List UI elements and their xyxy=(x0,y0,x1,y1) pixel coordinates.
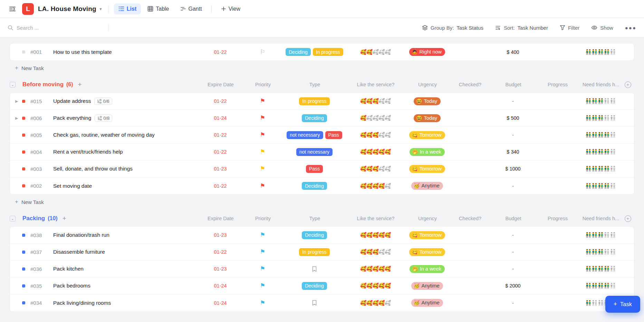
like-service-cell[interactable]: 🥰🥰🥰🥰🥰 xyxy=(345,132,406,138)
expire-date[interactable]: 01-22 xyxy=(200,49,241,55)
need-friends-cell[interactable]: 👬👬👬👬👬 xyxy=(580,132,621,138)
task-title[interactable]: Disassemble furniture xyxy=(53,249,105,255)
type-badge[interactable]: not necessary xyxy=(287,131,323,139)
friends-emoji-filled[interactable]: 👬 xyxy=(604,183,610,189)
task-row[interactable]: #034 Pack living/dining rooms 01-24 ⚑ 🥰🥰… xyxy=(10,294,634,311)
expire-date[interactable]: 01-22 xyxy=(200,149,241,155)
friends-emoji-filled[interactable]: 👬 xyxy=(597,183,604,189)
like-emoji-filled[interactable]: 🥰 xyxy=(366,98,372,104)
bookmark-icon[interactable] xyxy=(312,266,317,272)
friends-emoji-filled[interactable]: 👬 xyxy=(597,98,604,104)
like-emoji-empty[interactable]: 🥰 xyxy=(378,166,385,172)
type-badge[interactable]: Deciding xyxy=(302,114,327,122)
like-emoji-empty[interactable]: 🥰 xyxy=(378,98,385,104)
friends-emoji-empty[interactable]: 👬 xyxy=(610,98,616,104)
priority-flag-icon[interactable]: ⚑ xyxy=(260,283,265,289)
tab-table[interactable]: Table xyxy=(143,3,173,14)
priority-cell[interactable]: ⚑ xyxy=(241,249,284,255)
like-emoji-empty[interactable]: 🥰 xyxy=(385,49,391,55)
priority-flag-icon[interactable]: ⚑ xyxy=(260,300,265,306)
like-emoji-empty[interactable]: 🥰 xyxy=(385,300,391,306)
friends-emoji-filled[interactable]: 👬 xyxy=(604,132,610,138)
add-view-button[interactable]: View xyxy=(217,3,245,14)
like-emoji-filled[interactable]: 🥰 xyxy=(378,266,385,272)
friends-emoji-empty[interactable]: 👬 xyxy=(604,249,610,255)
friends-emoji-empty[interactable]: 👬 xyxy=(610,266,616,272)
need-friends-cell[interactable]: 👬👬👬👬👬 xyxy=(580,183,621,189)
type-badge[interactable]: Deciding xyxy=(302,231,327,239)
budget-value[interactable]: - xyxy=(491,98,535,104)
friends-emoji-filled[interactable]: 👬 xyxy=(585,232,592,238)
type-badge[interactable]: Deciding xyxy=(302,182,327,190)
task-title[interactable]: Check gas, routine, weather of moving da… xyxy=(53,132,155,138)
like-emoji-empty[interactable]: 🥰 xyxy=(385,132,391,138)
budget-value[interactable]: $ 2000 xyxy=(491,283,535,289)
friends-emoji-empty[interactable]: 👬 xyxy=(604,232,610,238)
need-friends-cell[interactable]: 👬👬👬👬👬 xyxy=(580,49,621,55)
like-emoji-filled[interactable]: 🥰 xyxy=(378,232,385,238)
expire-date[interactable]: 01-23 xyxy=(200,266,241,272)
like-emoji-filled[interactable]: 🥰 xyxy=(378,183,385,189)
like-emoji-filled[interactable]: 🥰 xyxy=(372,98,378,104)
expire-date[interactable]: 01-24 xyxy=(200,283,241,289)
like-emoji-filled[interactable]: 🥰 xyxy=(372,266,378,272)
friends-emoji-filled[interactable]: 👬 xyxy=(585,266,592,272)
new-task-button[interactable]: + New Task xyxy=(10,61,634,75)
task-title[interactable]: Rent a vent/truck/friends help xyxy=(53,149,123,155)
type-cell[interactable]: Deciding xyxy=(284,231,345,239)
like-emoji-filled[interactable]: 🥰 xyxy=(366,132,372,138)
friends-emoji-filled[interactable]: 👬 xyxy=(591,249,597,255)
like-emoji-filled[interactable]: 🥰 xyxy=(360,115,366,121)
like-emoji-filled[interactable]: 🥰 xyxy=(366,266,372,272)
show-control[interactable]: Show xyxy=(591,25,613,31)
tab-gantt[interactable]: Gantt xyxy=(176,3,206,14)
expand-arrow-icon[interactable]: ▶ xyxy=(15,99,22,104)
friends-emoji-filled[interactable]: 👬 xyxy=(597,166,604,172)
tab-list[interactable]: List xyxy=(114,3,141,14)
friends-emoji-filled[interactable]: 👬 xyxy=(597,132,604,138)
friends-emoji-filled[interactable]: 👬 xyxy=(597,232,604,238)
friends-emoji-filled[interactable]: 👬 xyxy=(585,132,592,138)
expire-date[interactable]: 01-24 xyxy=(200,115,241,121)
type-cell[interactable] xyxy=(284,266,345,272)
expire-date[interactable]: 01-23 xyxy=(200,166,241,172)
like-emoji-empty[interactable]: 🥰 xyxy=(378,132,385,138)
like-emoji-filled[interactable]: 🥰 xyxy=(360,232,366,238)
friends-emoji-empty[interactable]: 👬 xyxy=(610,249,616,255)
urgency-cell[interactable]: 😆Today xyxy=(406,114,448,122)
friends-emoji-filled[interactable]: 👬 xyxy=(597,249,604,255)
priority-flag-icon[interactable]: ⚑ xyxy=(260,266,265,272)
like-emoji-filled[interactable]: 🥰 xyxy=(372,183,378,189)
friends-emoji-filled[interactable]: 👬 xyxy=(585,49,592,55)
task-row[interactable]: #004 Rent a vent/truck/friends help 01-2… xyxy=(10,144,634,160)
like-emoji-filled[interactable]: 🥰 xyxy=(372,132,378,138)
like-emoji-filled[interactable]: 🥰 xyxy=(360,166,366,172)
budget-value[interactable]: $ 340 xyxy=(491,149,535,155)
priority-flag-icon[interactable]: ⚐ xyxy=(260,49,265,55)
like-service-cell[interactable]: 🥰🥰🥰🥰🥰 xyxy=(345,232,406,238)
expire-date[interactable]: 01-22 xyxy=(200,132,241,138)
priority-cell[interactable]: ⚑ xyxy=(241,166,284,172)
budget-value[interactable]: $ 400 xyxy=(491,49,535,55)
need-friends-cell[interactable]: 👬👬👬👬👬 xyxy=(580,283,621,289)
friends-emoji-filled[interactable]: 👬 xyxy=(597,49,604,55)
task-row[interactable]: ▶ #015 Update address 0/6 01-22 ⚑ In pro… xyxy=(10,93,634,110)
priority-flag-icon[interactable]: ⚑ xyxy=(260,115,265,121)
like-emoji-filled[interactable]: 🥰 xyxy=(366,166,372,172)
priority-cell[interactable]: ⚑ xyxy=(241,132,284,138)
like-emoji-filled[interactable]: 🥰 xyxy=(366,149,372,155)
like-emoji-filled[interactable]: 🥰 xyxy=(385,266,391,272)
subtask-count-pill[interactable]: 0/6 xyxy=(94,98,112,105)
like-emoji-filled[interactable]: 🥰 xyxy=(366,283,372,289)
task-title[interactable]: Set moving date xyxy=(53,183,92,189)
like-emoji-filled[interactable]: 🥰 xyxy=(366,49,372,55)
task-title[interactable]: How to use this template xyxy=(53,49,112,55)
friends-emoji-filled[interactable]: 👬 xyxy=(604,166,610,172)
type-cell[interactable]: Deciding xyxy=(284,282,345,290)
like-service-cell[interactable]: 🥰🥰🥰🥰🥰 xyxy=(345,300,406,306)
friends-emoji-filled[interactable]: 👬 xyxy=(591,232,597,238)
budget-value[interactable]: - xyxy=(491,232,535,238)
like-emoji-empty[interactable]: 🥰 xyxy=(378,49,385,55)
task-row[interactable]: ▶ #006 Pack everything 0/8 01-24 ⚑ Decid… xyxy=(10,110,634,127)
task-row[interactable]: #002 Set moving date 01-22 ⚑ Deciding 🥰🥰… xyxy=(10,177,634,194)
